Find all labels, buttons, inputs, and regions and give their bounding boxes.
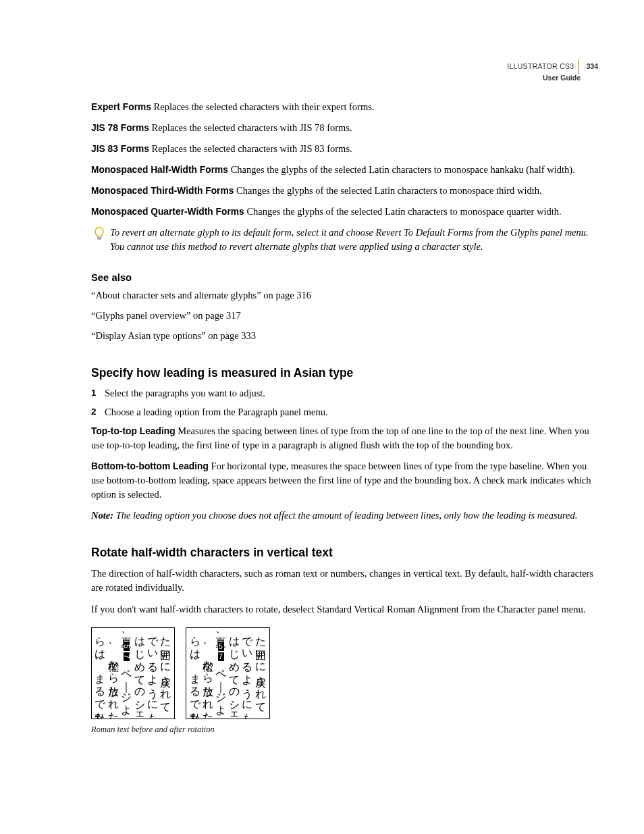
header-subtitle: User Guide xyxy=(507,73,581,83)
def-bottom-to-bottom: Bottom-to-bottom Leading For horizontal … xyxy=(91,459,598,502)
see-also-heading: See also xyxy=(91,271,598,285)
figure-caption: Roman text before and after rotation xyxy=(91,723,598,735)
note-label: Note: xyxy=(91,510,113,521)
see-also-item: “Display Asian type options” on page 333 xyxy=(91,329,598,343)
jp-col: はじめてのシェ xyxy=(133,629,146,719)
def-term: JIS 83 Forms xyxy=(91,144,149,154)
heading-rotate: Rotate half-width characters in vertical… xyxy=(91,544,598,561)
see-also-item: “About character sets and alternate glyp… xyxy=(91,288,598,303)
jp-col: 夏、57ペ｜ジよ xyxy=(120,629,133,719)
def-text: Replaces the selected characters with JI… xyxy=(149,122,352,133)
product-name: ILLUSTRATOR CS3 xyxy=(507,61,574,72)
def-term: JIS 78 Forms xyxy=(91,123,149,133)
page-header: ILLUSTRATOR CS3 334 User Guide xyxy=(507,59,598,83)
note: Note: The leading option you choose does… xyxy=(91,509,598,523)
def-term: Monospaced Third-Width Forms xyxy=(91,186,234,196)
jp-col: はじめてのシェ xyxy=(227,629,240,719)
jp-col: 、檻から放たれた xyxy=(107,629,119,719)
header-line-1: ILLUSTRATOR CS3 334 xyxy=(507,59,598,74)
def-mono-third: Monospaced Third-Width Forms Changes the… xyxy=(91,184,598,198)
step-1: 1 Select the paragraphs you want to adju… xyxy=(91,386,598,400)
step-number: 2 xyxy=(91,405,105,419)
def-text: Replaces the selected characters with th… xyxy=(151,101,375,112)
figure-before: た囲いに戻されて でいるようにも見 はじめてのシェ 夏、57ペ｜ジよ 、檻から放… xyxy=(91,627,175,719)
jp-col: らは、まるで私た xyxy=(94,629,107,719)
def-term: Top-to-top Leading xyxy=(91,426,176,436)
def-text: Changes the glyphs of the selected Latin… xyxy=(228,164,575,175)
def-jis78: JIS 78 Forms Replaces the selected chara… xyxy=(91,121,598,135)
def-term: Monospaced Half-Width Forms xyxy=(91,165,228,175)
jp-col: 、檻から放たれた xyxy=(202,629,215,719)
see-also-item: “Glyphs panel overview” on page 317 xyxy=(91,309,598,323)
def-expert-forms: Expert Forms Replaces the selected chara… xyxy=(91,100,598,114)
jp-col: でいるようにも見 xyxy=(241,629,254,719)
tip-text: To revert an alternate glyph to its defa… xyxy=(110,226,598,253)
svg-point-0 xyxy=(95,228,103,236)
def-term: Bottom-to-bottom Leading xyxy=(91,461,209,471)
jp-col: でいるようにも見 xyxy=(146,629,159,719)
figure-rotation: た囲いに戻されて でいるようにも見 はじめてのシェ 夏、57ペ｜ジよ 、檻から放… xyxy=(91,627,598,735)
rotate-p2: If you don't want half-width characters … xyxy=(91,602,598,617)
def-mono-quarter: Monospaced Quarter-Width Forms Changes t… xyxy=(91,205,598,219)
def-text: Changes the glyphs of the selected Latin… xyxy=(234,185,541,196)
def-top-to-top: Top-to-top Leading Measures the spacing … xyxy=(91,424,598,452)
header-divider xyxy=(578,59,579,74)
content: Expert Forms Replaces the selected chara… xyxy=(91,100,598,735)
jp-col: た囲いに戻されて xyxy=(159,629,172,719)
jp-col: 夏、57ペ｜ジよ xyxy=(215,629,227,719)
step-number: 1 xyxy=(91,386,105,400)
roman-rotated: 7 xyxy=(124,652,130,661)
def-jis83: JIS 83 Forms Replaces the selected chara… xyxy=(91,142,598,156)
lightbulb-icon xyxy=(94,227,105,246)
def-term: Monospaced Quarter-Width Forms xyxy=(91,207,244,217)
step-text: Select the paragraphs you want to adjust… xyxy=(105,386,598,400)
note-text: The leading option you choose does not a… xyxy=(113,510,577,521)
jp-col: らは、まるで私た xyxy=(188,629,201,719)
rotate-p1: The direction of half-width characters, … xyxy=(91,567,598,595)
def-mono-half: Monospaced Half-Width Forms Changes the … xyxy=(91,163,598,177)
step-text: Choose a leading option from the Paragra… xyxy=(105,405,598,419)
roman-rotated: 5 xyxy=(124,642,130,651)
heading-leading: Specify how leading is measured in Asian… xyxy=(91,365,598,382)
page: ILLUSTRATOR CS3 334 User Guide Expert Fo… xyxy=(0,0,644,834)
roman-upright: 5 xyxy=(218,642,224,651)
roman-upright: 7 xyxy=(218,652,224,661)
page-number: 334 xyxy=(586,61,598,72)
figure-row: た囲いに戻されて でいるようにも見 はじめてのシェ 夏、57ペ｜ジよ 、檻から放… xyxy=(91,627,598,719)
def-text: Replaces the selected characters with JI… xyxy=(149,143,352,154)
step-2: 2 Choose a leading option from the Parag… xyxy=(91,405,598,419)
def-text: Changes the glyphs of the selected Latin… xyxy=(244,206,562,217)
jp-col: た囲いに戻されて xyxy=(254,629,267,719)
tip-block: To revert an alternate glyph to its defa… xyxy=(91,226,598,253)
def-term: Expert Forms xyxy=(91,102,151,112)
figure-after: た囲いに戻されて でいるようにも見 はじめてのシェ 夏、57ペ｜ジよ 、檻から放… xyxy=(186,627,269,719)
